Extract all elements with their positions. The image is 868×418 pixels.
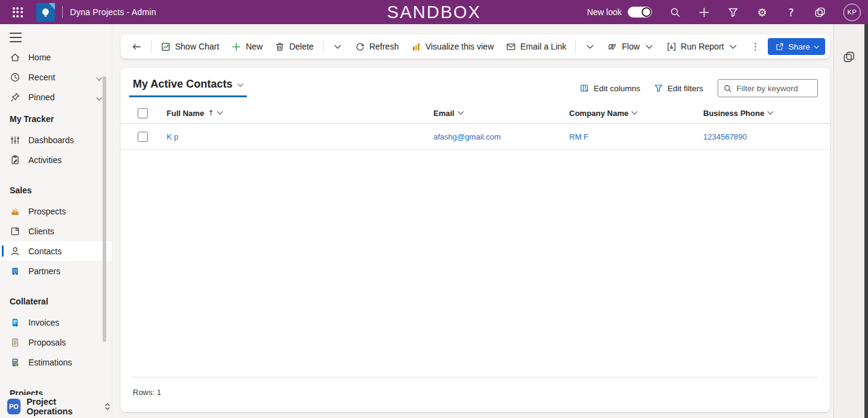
sidebar-item-dashboards[interactable]: Dashboards <box>0 130 112 150</box>
view-title: My Active Contacts <box>133 78 232 91</box>
sidebar-item-prospects[interactable]: Prospects <box>0 201 112 221</box>
cmd-label: Run Report <box>681 42 724 51</box>
clients-icon <box>10 226 21 237</box>
dashboards-icon <box>10 135 21 146</box>
cmd-run-report-button[interactable]: Run Report <box>660 37 745 56</box>
cmd-visualize-this-view-button[interactable]: Visualize this view <box>405 37 500 56</box>
chevron-down-icon <box>728 42 738 52</box>
sidebar-item-pinned[interactable]: Pinned <box>0 87 112 107</box>
column-label: Business Phone <box>703 109 764 118</box>
cell-full-name-link[interactable]: K p <box>167 132 179 141</box>
cell-email-link[interactable]: afashg@gmail.com <box>433 132 500 141</box>
commandbar-divider <box>323 40 324 53</box>
help-icon[interactable]: ? <box>785 7 797 18</box>
settings-icon[interactable]: ⚙ <box>756 7 768 18</box>
sidebar-item-label: Estimations <box>28 358 72 367</box>
sidebar-item-proposals[interactable]: Proposals <box>0 332 112 352</box>
cmd-email-a-link-button[interactable]: Email a Link <box>500 37 572 56</box>
cmd-back-button[interactable] <box>126 37 148 56</box>
chevron-down-icon <box>97 72 101 82</box>
area-label: Project Operations <box>27 397 92 416</box>
cell-company-name-link[interactable]: RM F <box>569 132 589 141</box>
plus-icon <box>231 42 241 52</box>
main-content-area: Show ChartNewDeleteRefreshVisualize this… <box>113 24 833 418</box>
environment-banner[interactable]: SANDBOX <box>387 2 481 22</box>
chevron-down-icon <box>767 109 773 115</box>
column-header-email[interactable]: Email <box>427 109 563 118</box>
area-badge: PO <box>7 399 21 414</box>
sidebar-item-partners[interactable]: Partners <box>0 261 112 281</box>
copilot-side-rail <box>833 24 864 418</box>
add-icon[interactable] <box>698 7 710 18</box>
sidebar-item-label: Clients <box>28 227 54 236</box>
invoices-icon <box>10 317 21 328</box>
edit-filters-button[interactable]: Edit filters <box>654 83 703 93</box>
cmd-refresh-button[interactable]: Refresh <box>349 37 405 56</box>
column-label: Email <box>433 109 455 118</box>
chevron-down-icon <box>217 109 223 115</box>
user-avatar[interactable]: KP <box>843 4 861 21</box>
search-icon[interactable] <box>669 7 681 18</box>
commandbar-divider <box>575 40 576 53</box>
share-button[interactable]: Share <box>768 38 825 55</box>
sidebar-section-collateral: Collateral <box>0 281 112 312</box>
partners-icon <box>10 266 21 277</box>
copilot-icon[interactable] <box>843 51 855 63</box>
sidebar-item-recent[interactable]: Recent <box>0 67 112 87</box>
cmd-flow-button[interactable]: Flow <box>601 37 660 56</box>
home-icon <box>10 52 21 63</box>
cmd-new-button[interactable]: New <box>225 37 269 56</box>
grid-view-card: My Active Contacts Edit columns Edit fil… <box>121 68 830 412</box>
app-launcher-waffle-icon[interactable] <box>6 1 29 24</box>
sidebar-item-invoices[interactable]: Invoices <box>0 312 112 332</box>
sidebar-item-label: Partners <box>28 266 60 276</box>
filter-by-keyword-input[interactable] <box>736 84 809 93</box>
column-header-company-name[interactable]: Company Name <box>563 109 697 118</box>
site-map-sidebar: HomeRecentPinnedMy TrackerDashboardsActi… <box>0 24 112 418</box>
sidebar-item-clients[interactable]: Clients <box>0 221 112 241</box>
sidebar-scrollbar[interactable] <box>103 76 106 342</box>
column-header-business-phone[interactable]: Business Phone <box>697 109 830 118</box>
email-icon <box>506 42 516 52</box>
view-selector[interactable]: My Active Contacts <box>129 76 247 97</box>
new-look-toggle[interactable]: New look <box>587 7 652 18</box>
table-row[interactable]: K pafashg@gmail.comRM F1234567890 <box>121 124 830 150</box>
edit-columns-button[interactable]: Edit columns <box>579 83 640 93</box>
app-logo-icon[interactable] <box>36 3 55 22</box>
run-report-icon <box>666 42 677 52</box>
contacts-icon <box>10 246 21 257</box>
cmd-email-overflow-button[interactable] <box>579 37 601 56</box>
cmd-delete-button[interactable]: Delete <box>269 37 319 56</box>
visualize-icon <box>411 42 421 52</box>
column-header-full-name[interactable]: Full Name↑ <box>161 109 427 118</box>
grid-header-row: Full Name↑EmailCompany NameBusiness Phon… <box>121 103 830 124</box>
sidebar-item-label: Prospects <box>28 207 66 216</box>
cmd-show-chart-button[interactable]: Show Chart <box>155 37 225 56</box>
show-chart-icon <box>161 42 171 52</box>
sidebar-item-contacts[interactable]: Contacts <box>0 241 112 261</box>
sidebar-section-my-tracker: My Tracker <box>0 107 112 130</box>
filter-by-keyword-box[interactable] <box>718 79 818 97</box>
sidebar-item-activities[interactable]: Activities <box>0 150 112 170</box>
refresh-icon <box>355 42 365 52</box>
filter-icon[interactable] <box>727 7 739 18</box>
collapse-sitemap-icon[interactable] <box>10 33 22 42</box>
sidebar-item-home[interactable]: Home <box>0 47 112 67</box>
toggle-switch[interactable] <box>628 7 652 18</box>
window-edge-strip <box>864 24 868 418</box>
cmd-more-commands-button[interactable] <box>744 37 767 56</box>
edit-filters-label: Edit filters <box>668 84 703 93</box>
copilot-icon[interactable] <box>814 7 826 18</box>
app-title[interactable]: Dyna Projects - Admin <box>70 7 156 17</box>
chevron-down-icon <box>644 42 654 52</box>
select-all-checkbox[interactable] <box>138 108 148 118</box>
row-checkbox[interactable] <box>138 132 148 142</box>
cmd-delete-overflow-button[interactable] <box>327 37 349 56</box>
cell-business-phone-link[interactable]: 1234567890 <box>703 132 747 141</box>
column-label: Full Name <box>167 109 204 118</box>
cmd-label: Email a Link <box>520 42 566 51</box>
area-switcher[interactable]: PO Project Operations <box>0 395 112 418</box>
chevron-down-icon <box>333 42 343 52</box>
chevron-down-icon <box>632 109 638 115</box>
sidebar-item-estimations[interactable]: Estimations <box>0 352 112 372</box>
